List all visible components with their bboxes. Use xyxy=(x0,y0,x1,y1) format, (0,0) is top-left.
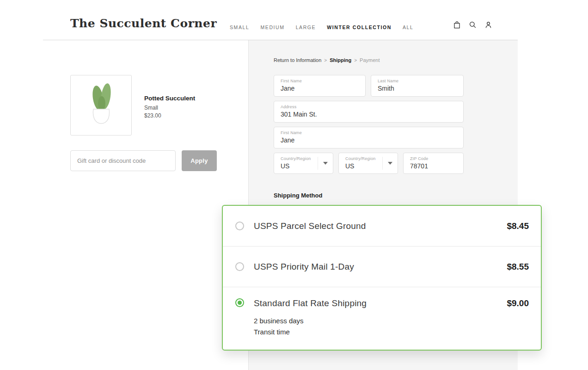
shipping-option-usps-parcel-select-ground[interactable]: USPS Parcel Select Ground $8.45 xyxy=(223,206,541,247)
first-name-label: First Name xyxy=(281,79,359,83)
first-name-field[interactable]: First Name Jane xyxy=(274,75,366,97)
shipping-method-heading: Shipping Method xyxy=(274,192,322,199)
transit-detail-line-1: 2 business days xyxy=(254,316,367,326)
breadcrumb-separator-icon: > xyxy=(324,58,327,63)
shipping-option-usps-priority-mail-1-day[interactable]: USPS Priority Mail 1-Day $8.55 xyxy=(223,247,541,287)
chevron-down-icon xyxy=(388,162,392,165)
first-name-2-value: Jane xyxy=(281,136,457,144)
account-icon[interactable] xyxy=(484,20,493,29)
nav-item-winter-collection[interactable]: WINTER COLLECTION xyxy=(327,25,392,30)
apply-discount-button[interactable]: Apply xyxy=(182,150,217,171)
main-nav: SMALL MEDIUM LARGE WINTER COLLECTION ALL xyxy=(230,25,414,30)
shipping-option-details: 2 business days Transit time xyxy=(254,314,367,337)
first-name-2-field[interactable]: First Name Jane xyxy=(274,127,464,148)
shipping-option-price: $8.55 xyxy=(507,262,529,272)
nav-item-large[interactable]: LARGE xyxy=(296,25,316,30)
shipping-option-label: Standard Flat Rate Shipping xyxy=(254,298,367,308)
country-region-dropdown-1[interactable]: Country/Region US xyxy=(274,153,333,174)
shipping-option-price: $9.00 xyxy=(507,298,529,308)
dropdown-divider xyxy=(318,157,318,170)
breadcrumb-payment[interactable]: Payment xyxy=(360,57,380,63)
first-name-value: Jane xyxy=(281,85,359,92)
zip-code-field[interactable]: ZIP Code 78701 xyxy=(403,153,464,174)
shipping-option-label: USPS Priority Mail 1-Day xyxy=(254,262,354,272)
shipping-option-label: USPS Parcel Select Ground xyxy=(254,221,366,231)
nav-item-small[interactable]: SMALL xyxy=(230,25,249,30)
breadcrumb-shipping: Shipping xyxy=(330,57,351,63)
country-region-2-value: US xyxy=(345,162,391,170)
shipping-options-panel: USPS Parcel Select Ground $8.45 USPS Pri… xyxy=(222,205,542,351)
header-divider xyxy=(43,40,518,40)
address-label: Address xyxy=(281,105,457,109)
store-logo[interactable]: The Succulent Corner xyxy=(70,17,217,30)
country-region-1-value: US xyxy=(281,162,326,170)
radio-unselected-icon[interactable] xyxy=(235,262,244,271)
last-name-value: Smith xyxy=(378,85,457,92)
potted-succulent-image xyxy=(80,80,122,131)
nav-item-medium[interactable]: MEDIUM xyxy=(260,25,284,30)
shipping-option-standard-flat-rate[interactable]: Standard Flat Rate Shipping 2 business d… xyxy=(223,287,541,350)
nav-item-all[interactable]: ALL xyxy=(403,25,413,30)
discount-code-input[interactable] xyxy=(70,150,176,171)
dropdown-divider xyxy=(382,157,383,170)
radio-selected-icon[interactable] xyxy=(235,298,244,307)
zip-code-value: 78701 xyxy=(410,162,457,170)
product-name: Potted Succulent xyxy=(144,95,195,102)
checkout-page: The Succulent Corner SMALL MEDIUM LARGE … xyxy=(0,0,588,370)
last-name-field[interactable]: Last Name Smith xyxy=(371,75,464,97)
product-variant: Small xyxy=(144,105,195,111)
address-value: 301 Main St. xyxy=(281,111,457,118)
country-region-dropdown-2[interactable]: Country/Region US xyxy=(338,153,398,174)
breadcrumb: Return to Information > Shipping > Payme… xyxy=(274,57,380,63)
shipping-option-price: $8.45 xyxy=(507,221,529,231)
product-price: $23.00 xyxy=(144,112,195,119)
chevron-down-icon xyxy=(323,162,328,165)
breadcrumb-separator-icon: > xyxy=(354,58,357,63)
first-name-2-label: First Name xyxy=(281,130,457,135)
radio-unselected-icon[interactable] xyxy=(235,222,244,230)
address-field[interactable]: Address 301 Main St. xyxy=(274,101,464,123)
product-info: Potted Succulent Small $23.00 xyxy=(144,95,195,120)
cart-icon[interactable] xyxy=(453,20,461,29)
zip-code-label: ZIP Code xyxy=(410,156,457,161)
shipping-option-main: Standard Flat Rate Shipping 2 business d… xyxy=(254,298,367,337)
transit-detail-line-2: Transit time xyxy=(254,327,367,337)
header-icons xyxy=(453,20,493,29)
country-region-2-label: Country/Region xyxy=(345,156,391,161)
last-name-label: Last Name xyxy=(378,79,457,83)
product-thumbnail-card xyxy=(70,75,132,136)
breadcrumb-return-to-information[interactable]: Return to Information xyxy=(274,57,321,63)
search-icon[interactable] xyxy=(468,20,477,29)
country-region-1-label: Country/Region xyxy=(281,156,326,161)
